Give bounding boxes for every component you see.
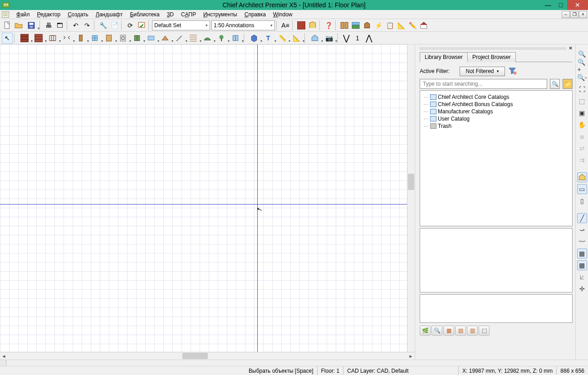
plant-tool[interactable]: ▾	[215, 33, 228, 44]
tab-library-browser[interactable]: Library Browser	[420, 52, 468, 62]
text-tool[interactable]: T▾	[261, 33, 275, 44]
layers2-icon[interactable]: ⇄	[577, 143, 587, 153]
panel-close-icon[interactable]: ✕	[568, 45, 573, 51]
reference-floor-tool[interactable]: ▾	[308, 33, 322, 44]
tree-item-trash[interactable]: Trash	[422, 122, 570, 130]
browse-button[interactable]: 📁	[563, 79, 573, 89]
tree-item-manufacturer[interactable]: Manufacturer Catalogs	[422, 108, 570, 115]
electrical-tool[interactable]: ▾	[144, 33, 158, 44]
door-tool[interactable]: ▾	[74, 33, 88, 44]
3d-box-tool[interactable]: ▾	[247, 33, 261, 44]
terrain-tool[interactable]: ▾	[201, 33, 214, 44]
zoom-window-icon[interactable]: ⛶	[577, 84, 587, 94]
menu-landscape[interactable]: Ландшафт	[92, 10, 127, 19]
view7-button[interactable]: ✏️	[407, 20, 418, 31]
system-menu-icon[interactable]	[2, 11, 9, 18]
zoom-out-icon[interactable]: 🔍-	[577, 73, 587, 83]
search-button[interactable]: 🔍	[550, 79, 560, 89]
tree-item-bonus[interactable]: Chief Architect Bonus Catalogs	[422, 101, 570, 108]
floor-down-button[interactable]: ⋁	[341, 33, 352, 44]
save-button[interactable]: ▾	[24, 20, 38, 31]
resize-handle[interactable]	[0, 360, 6, 366]
menu-window[interactable]: Window	[270, 10, 296, 19]
minimize-button[interactable]: —	[542, 0, 554, 10]
active-filter-combo[interactable]: Not Filtered▾	[460, 67, 505, 76]
camera-tool[interactable]: ▾	[229, 33, 242, 44]
book-tool[interactable]: ▾	[130, 33, 144, 44]
railing-tool[interactable]: ▾	[46, 33, 59, 44]
tab-project-browser[interactable]: Project Browser	[467, 52, 516, 62]
menu-tools[interactable]: Инструменты	[200, 10, 241, 19]
open-file-button[interactable]	[13, 20, 24, 31]
menu-help[interactable]: Справка	[241, 10, 270, 19]
panel-tool-view3[interactable]: ▥	[467, 326, 478, 336]
tree-item-core[interactable]: Chief Architect Core Catalogs	[422, 93, 570, 101]
angle-snap-icon[interactable]: ⟀	[577, 272, 587, 282]
wall2-tool[interactable]: ▾	[32, 33, 45, 44]
view4-button[interactable]: ⚡	[373, 20, 384, 31]
panel-tool-view1[interactable]: ▦	[443, 326, 454, 336]
house-wizard-button[interactable]	[418, 20, 429, 31]
library-tree[interactable]: Chief Architect Core Catalogs Chief Arch…	[420, 90, 573, 226]
object-snap-icon[interactable]: ▩	[577, 260, 587, 270]
framing-tool[interactable]: ▾	[186, 33, 200, 44]
default-set-combo[interactable]: Default Set▾	[152, 20, 210, 30]
layers3-icon[interactable]: ⇉	[577, 155, 587, 165]
pan-icon[interactable]: ✋	[577, 120, 587, 130]
zoom-extents-icon[interactable]: ⬚	[577, 96, 587, 106]
menu-cad[interactable]: САПР	[177, 10, 200, 19]
text-style-button[interactable]: A≡	[280, 20, 291, 31]
window-tool[interactable]: ▾	[88, 33, 102, 44]
menu-edit[interactable]: Редактор	[34, 10, 64, 19]
mdi-minimize-button[interactable]: –	[562, 11, 570, 18]
mdi-close-button[interactable]: ×	[579, 11, 587, 18]
zoom-in-icon[interactable]: 🔍+	[577, 61, 587, 71]
ref-display-icon[interactable]: ▭	[577, 184, 587, 194]
filter-settings-button[interactable]	[508, 66, 518, 76]
dimension-tool[interactable]: 📏▾	[275, 33, 289, 44]
drawing-canvas[interactable]: ↖	[0, 44, 407, 352]
plan-view-icon[interactable]	[577, 172, 587, 182]
grid-snap-icon[interactable]: ▦	[577, 248, 587, 258]
maximize-button[interactable]: □	[554, 0, 567, 10]
menu-library[interactable]: Библиотека	[126, 10, 163, 19]
plan-check-button[interactable]	[136, 20, 147, 31]
menu-3d[interactable]: 3D	[163, 10, 177, 19]
appliance-tool[interactable]: ▾	[116, 33, 130, 44]
tree-item-user[interactable]: User Catalog	[422, 115, 570, 122]
menu-file[interactable]: Файл	[13, 10, 34, 19]
plan-defaults-button[interactable]: 📄	[109, 20, 120, 31]
library-button[interactable]	[307, 20, 318, 31]
page-icon[interactable]: ▯	[577, 196, 587, 206]
floor-up-button[interactable]: ⋀	[363, 33, 374, 44]
annotation-scale-combo[interactable]: 1:50 Annotations▾	[211, 20, 275, 30]
fill-window-icon[interactable]: ▣	[577, 108, 587, 118]
select-tool[interactable]: ↖	[2, 33, 13, 44]
arc-tool-icon[interactable]: ⤻	[577, 225, 587, 235]
view2-button[interactable]	[350, 20, 361, 31]
new-file-button[interactable]	[2, 20, 13, 31]
panel-tool-prefs[interactable]: ⬚	[479, 326, 490, 336]
line-tool-icon[interactable]: ╱	[577, 213, 587, 223]
print-preview-button[interactable]: 🗔	[54, 20, 65, 31]
layers1-icon[interactable]: ≣	[577, 131, 587, 141]
panel-tool-view2[interactable]: ▤	[455, 326, 466, 336]
mdi-restore-button[interactable]: ❐	[570, 11, 578, 18]
help-button[interactable]: ❓	[323, 20, 334, 31]
crosshair-icon[interactable]: ✢	[577, 284, 587, 294]
redo-button[interactable]: ↷	[82, 20, 93, 31]
horizontal-scrollbar[interactable]: ◄►	[0, 352, 415, 360]
menu-create[interactable]: Создать	[64, 10, 92, 19]
panel-tool-search[interactable]: 🔍	[431, 326, 442, 336]
preferences-button[interactable]: 🔧	[98, 20, 108, 31]
roof-tool[interactable]: ▾	[158, 33, 172, 44]
library-search-input[interactable]: Type to start searching...	[420, 79, 547, 89]
cad-tool[interactable]: 📐▾	[289, 33, 303, 44]
refresh-button[interactable]: ⟳	[125, 20, 136, 31]
view6-button[interactable]: 📐	[396, 20, 407, 31]
stair-tool[interactable]: ▾	[172, 33, 186, 44]
materials-button[interactable]	[296, 20, 307, 31]
print-button[interactable]: 🖶	[43, 20, 54, 31]
cabinet-tool[interactable]: ▾	[102, 33, 116, 44]
zoom-tool-icon[interactable]: 🔍	[577, 49, 587, 59]
